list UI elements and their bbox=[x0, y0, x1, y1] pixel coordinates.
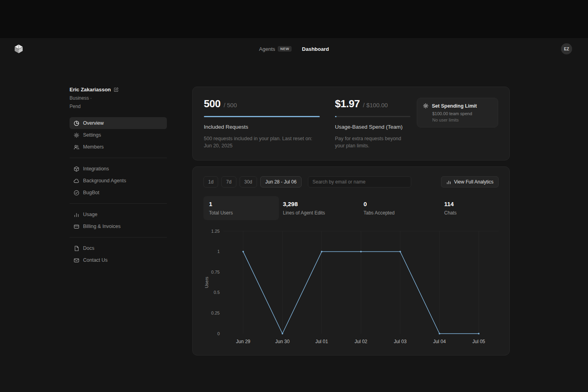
requests-progress-fill bbox=[204, 116, 320, 117]
line-chart-svg: 00.250.50.7511.25UsersJun 29Jun 30Jul 01… bbox=[203, 228, 499, 346]
requests-progress-track bbox=[204, 116, 320, 117]
users-icon bbox=[74, 144, 79, 150]
sidebar-item-label: Billing & Invoices bbox=[83, 224, 121, 229]
spend-progress-fill bbox=[335, 116, 337, 117]
svg-text:Jul 05: Jul 05 bbox=[472, 339, 485, 344]
svg-text:Jun 30: Jun 30 bbox=[275, 339, 290, 344]
sidebar-item-overview[interactable]: Overview bbox=[70, 117, 167, 129]
content: Eric Zakariasson Business · Pend Overvie… bbox=[0, 60, 588, 392]
range-button-7d[interactable]: 7d bbox=[221, 176, 236, 187]
sidebar-item-label: Docs bbox=[83, 245, 94, 251]
range-button-1d[interactable]: 1d bbox=[203, 176, 218, 187]
new-badge: NEW bbox=[278, 46, 292, 52]
user-name: Eric Zakariasson bbox=[70, 87, 167, 93]
app-header: Agents NEW Dashboard EZ bbox=[0, 38, 588, 60]
search-input[interactable] bbox=[308, 176, 411, 187]
cloud-icon bbox=[74, 178, 79, 184]
team-spend-line: $100.00 team spend bbox=[432, 111, 492, 116]
metric-label: Chats bbox=[444, 210, 499, 216]
metric-tabs-accepted[interactable]: 0 Tabs Accepted bbox=[364, 196, 440, 220]
sidebar-item-label: Background Agents bbox=[83, 178, 126, 183]
svg-text:0.25: 0.25 bbox=[211, 311, 220, 315]
user-plan: Business · bbox=[70, 95, 167, 101]
gear-icon bbox=[74, 132, 79, 138]
bar-chart-icon bbox=[74, 212, 79, 218]
requests-title: Included Requests bbox=[204, 124, 320, 130]
metric-total-users[interactable]: 1 Total Users bbox=[203, 196, 279, 220]
svg-text:Users: Users bbox=[204, 276, 209, 288]
spend-description: Pay for extra requests beyond your plan … bbox=[335, 135, 410, 149]
metric-label: Total Users bbox=[209, 210, 273, 216]
top-band bbox=[0, 0, 588, 38]
gear-icon bbox=[423, 103, 429, 109]
nav-dashboard-label: Dashboard bbox=[302, 46, 329, 52]
sidebar-divider bbox=[70, 237, 167, 238]
user-status: Pend bbox=[70, 104, 167, 109]
plan-stats-card: 500 / 500 Included Requests 500 requests… bbox=[192, 87, 510, 160]
metric-value: 0 bbox=[364, 201, 440, 207]
user-avatar[interactable]: EZ bbox=[561, 43, 572, 54]
metric-chats[interactable]: 114 Chats bbox=[444, 196, 499, 220]
spend-title: Usage-Based Spend (Team) bbox=[335, 124, 410, 130]
primary-nav: Agents NEW Dashboard bbox=[259, 46, 329, 52]
requests-description: 500 requests included in your plan. Last… bbox=[204, 135, 320, 149]
metric-value: 114 bbox=[444, 201, 499, 207]
svg-text:Jul 04: Jul 04 bbox=[433, 339, 446, 344]
view-full-analytics-button[interactable]: View Full Analytics bbox=[441, 176, 499, 187]
metric-value: 3,298 bbox=[283, 201, 360, 207]
sidebar-item-label: Contact Us bbox=[83, 257, 108, 263]
sidebar-item-label: Members bbox=[83, 144, 104, 150]
metrics-row: 1 Total Users 3,298 Lines of Agent Edits… bbox=[203, 196, 499, 220]
credit-card-icon bbox=[74, 224, 79, 230]
sidebar-item-label: Integrations bbox=[83, 166, 109, 172]
sidebar-divider bbox=[70, 158, 167, 158]
nav-dashboard[interactable]: Dashboard bbox=[302, 46, 329, 52]
sidebar-item-integrations[interactable]: Integrations bbox=[70, 163, 167, 175]
svg-text:1: 1 bbox=[217, 249, 220, 254]
svg-text:0.5: 0.5 bbox=[214, 290, 220, 295]
requests-total: / 500 bbox=[224, 102, 237, 108]
sidebar-item-background-agents[interactable]: Background Agents bbox=[70, 175, 167, 187]
main: 500 / 500 Included Requests 500 requests… bbox=[192, 87, 510, 392]
svg-text:Jul 02: Jul 02 bbox=[354, 339, 367, 344]
analytics-filters: 1d 7d 30d Jun 28 - Jul 06 View Full Anal… bbox=[203, 176, 499, 187]
sidebar-item-label: BugBot bbox=[83, 190, 99, 195]
sidebar-item-docs[interactable]: Docs bbox=[70, 242, 167, 254]
sidebar-item-bugbot[interactable]: BugBot bbox=[70, 187, 167, 199]
sidebar-divider bbox=[70, 203, 167, 204]
cursor-logo-icon[interactable] bbox=[14, 44, 24, 54]
set-spending-limit-button[interactable]: Set Spending Limit $100.00 team spend No… bbox=[417, 98, 498, 127]
svg-text:Jun 29: Jun 29 bbox=[236, 339, 250, 344]
sidebar-item-contact-us[interactable]: Contact Us bbox=[70, 254, 167, 266]
usage-spend-stat: $1.97 / $100.00 Usage-Based Spend (Team)… bbox=[335, 98, 410, 149]
included-requests-stat: 500 / 500 Included Requests 500 requests… bbox=[204, 98, 320, 149]
sidebar-item-usage[interactable]: Usage bbox=[70, 209, 167, 220]
sidebar-item-members[interactable]: Members bbox=[70, 141, 167, 153]
nav-agents-label: Agents bbox=[259, 46, 275, 52]
user-name-text: Eric Zakariasson bbox=[70, 87, 111, 93]
sidebar-nav: Overview Settings Members Integ bbox=[70, 117, 167, 266]
sidebar-item-settings[interactable]: Settings bbox=[70, 129, 167, 141]
edit-name-icon[interactable] bbox=[114, 87, 119, 92]
sidebar: Eric Zakariasson Business · Pend Overvie… bbox=[70, 87, 167, 392]
svg-text:Jul 01: Jul 01 bbox=[315, 339, 328, 344]
metric-value: 1 bbox=[209, 201, 273, 207]
sidebar-item-label: Usage bbox=[83, 212, 97, 217]
metric-lines-of-agent-edits[interactable]: 3,298 Lines of Agent Edits bbox=[283, 196, 360, 220]
users-line-chart: 00.250.50.7511.25UsersJun 29Jun 30Jul 01… bbox=[203, 228, 499, 347]
document-icon bbox=[74, 245, 79, 251]
spending-limit-title: Set Spending Limit bbox=[432, 103, 477, 109]
range-button-30d[interactable]: 30d bbox=[240, 176, 257, 187]
sidebar-item-label: Overview bbox=[83, 120, 104, 126]
date-range-button[interactable]: Jun 28 - Jul 06 bbox=[260, 176, 302, 187]
view-full-analytics-label: View Full Analytics bbox=[454, 179, 493, 185]
sidebar-item-billing[interactable]: Billing & Invoices bbox=[70, 220, 167, 232]
user-limits-line: No user limits bbox=[432, 118, 492, 122]
svg-text:Jul 03: Jul 03 bbox=[394, 339, 406, 344]
requests-value: 500 bbox=[204, 98, 220, 110]
spend-total: / $100.00 bbox=[363, 102, 388, 108]
spend-value: $1.97 bbox=[335, 98, 360, 110]
nav-agents[interactable]: Agents NEW bbox=[259, 46, 292, 52]
metric-label: Tabs Accepted bbox=[364, 210, 440, 216]
check-circle-icon bbox=[74, 190, 79, 196]
